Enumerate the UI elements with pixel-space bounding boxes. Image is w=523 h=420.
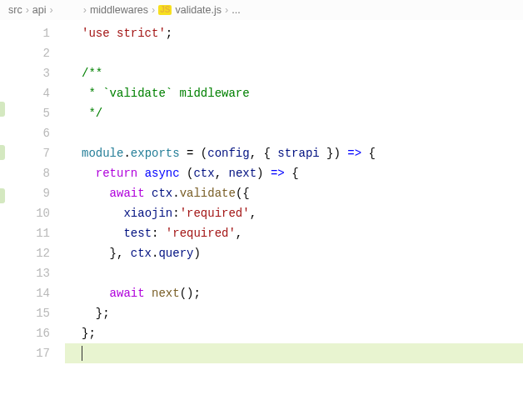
code-line: await next(); [65, 283, 523, 303]
breadcrumb: src › api › › middlewares › JS validate.… [0, 0, 523, 20]
code-line: */ [65, 103, 523, 123]
breadcrumb-item-middlewares[interactable]: middlewares [90, 4, 148, 16]
chevron-right-icon: › [26, 4, 29, 16]
code-line: test: 'required', [65, 223, 523, 243]
cursor [82, 346, 82, 361]
line-number: 17 [0, 343, 50, 363]
line-number-gutter: 1 2 3 4 5 6 7 8 9 10 11 12 13 14 15 16 1… [0, 20, 65, 420]
code-line [65, 263, 523, 283]
code-line: xiaojin:'required', [65, 203, 523, 223]
line-number: 15 [0, 303, 50, 323]
code-line: return async (ctx, next) => { [65, 163, 523, 183]
line-number: 4 [0, 83, 50, 103]
code-line [65, 123, 523, 143]
line-number: 11 [0, 223, 50, 243]
line-number: 13 [0, 263, 50, 283]
line-number: 7 [0, 143, 50, 163]
code-line [65, 43, 523, 63]
chevron-right-icon: › [225, 4, 228, 16]
code-line-active [65, 343, 523, 363]
line-number: 12 [0, 243, 50, 263]
line-number: 16 [0, 323, 50, 343]
code-line: 'use strict'; [65, 23, 523, 43]
code-line: /** [65, 63, 523, 83]
breadcrumb-item-src[interactable]: src [8, 4, 22, 16]
breadcrumb-item-more[interactable]: ... [232, 4, 240, 16]
code-line: }; [65, 303, 523, 323]
line-number: 3 [0, 63, 50, 83]
breadcrumb-item-file[interactable]: JS validate.js [158, 4, 222, 16]
line-number: 1 [0, 23, 50, 43]
js-file-icon: JS [158, 5, 172, 15]
breadcrumb-item-api[interactable]: api [32, 4, 47, 16]
line-number: 2 [0, 43, 50, 63]
chevron-right-icon: › [83, 4, 87, 16]
line-number: 5 [0, 103, 50, 123]
code-line: }; [65, 323, 523, 343]
line-number: 6 [0, 123, 50, 143]
chevron-right-icon: › [152, 4, 155, 16]
code-line: * `validate` middleware [65, 83, 523, 103]
code-line: await ctx.validate({ [65, 183, 523, 203]
code-line: module.exports = (config, { strapi }) =>… [65, 143, 523, 163]
line-number: 9 [0, 183, 50, 203]
code-line: }, ctx.query) [65, 243, 523, 263]
line-number: 10 [0, 203, 50, 223]
chevron-right-icon: › [50, 4, 53, 16]
margin-markers [0, 20, 7, 420]
code-content[interactable]: 'use strict'; /** * `validate` middlewar… [65, 20, 523, 420]
line-number: 14 [0, 283, 50, 303]
code-editor[interactable]: 1 2 3 4 5 6 7 8 9 10 11 12 13 14 15 16 1… [0, 20, 523, 420]
line-number: 8 [0, 163, 50, 183]
